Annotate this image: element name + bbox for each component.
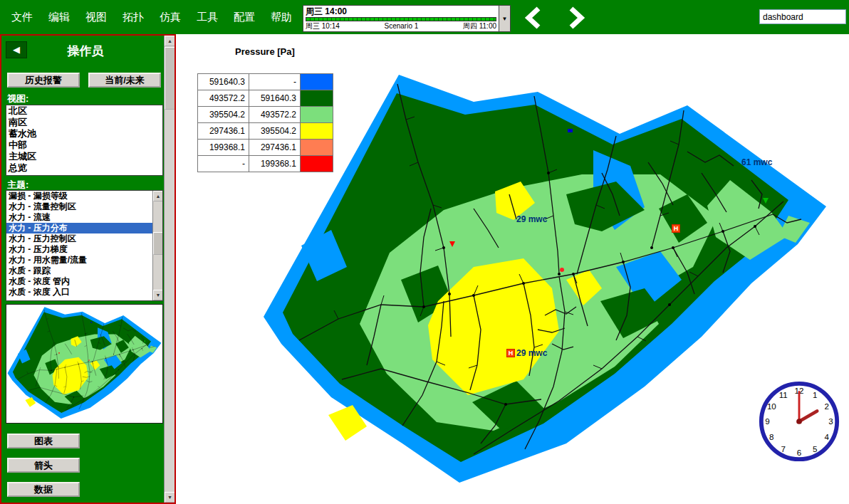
clock-numeral: 9 xyxy=(765,416,769,426)
timeline-current-time: 周三 14:00 xyxy=(306,6,496,16)
themes-listbox: 漏损 - 漏损等级 水力 - 流量控制区 水力 - 流速 水力 - 压力分布 水… xyxy=(6,190,163,301)
timeline-end-time: 周四 11:00 xyxy=(463,22,496,31)
view-item-overview[interactable]: 总览 xyxy=(6,162,162,174)
current-future-button[interactable]: 当前/未来 xyxy=(88,73,161,88)
legend-from: - xyxy=(198,156,249,172)
timeline-widget[interactable]: 周三 14:00 周三 10:14 Scenario 1 周四 11:00 ▼ xyxy=(303,5,511,32)
view-item-central[interactable]: 中部 xyxy=(6,140,162,151)
hydrant-icon: H xyxy=(672,224,680,233)
clock-numeral: 6 xyxy=(797,448,801,457)
previous-step-button[interactable] xyxy=(521,6,547,30)
menu-file[interactable]: 文件 xyxy=(11,11,33,24)
operator-panel: ◀ 操作员 历史报警 当前/未来 视图: 北区 南区 蓄水池 中部 主城区 总览… xyxy=(0,34,176,504)
sidebar-scroll-thumb[interactable] xyxy=(165,47,175,110)
theme-item-leakage-grade[interactable]: 漏损 - 漏损等级 xyxy=(6,191,152,201)
theme-item-flow-velocity[interactable]: 水力 - 流速 xyxy=(6,212,152,223)
panel-title: 操作员 xyxy=(28,43,142,59)
sidebar-scrollbar[interactable]: ▲ ▼ xyxy=(164,36,175,503)
timeline-dropdown-button[interactable]: ▼ xyxy=(499,6,510,31)
history-alarms-button[interactable]: 历史报警 xyxy=(7,73,80,88)
hydrant-icon: H xyxy=(506,349,515,357)
arrow-button[interactable]: 箭头 xyxy=(7,458,80,473)
legend-from: 297436.1 xyxy=(198,123,249,140)
views-listbox: 北区 南区 蓄水池 中部 主城区 总览 xyxy=(6,105,163,176)
analog-clock: 1 2 3 4 5 6 7 8 9 10 11 12 xyxy=(758,380,840,463)
theme-item-pressure-gradient[interactable]: 水力 - 压力梯度 xyxy=(6,244,152,255)
menu-help[interactable]: 帮助 xyxy=(271,11,292,24)
legend-from: 493572.2 xyxy=(198,90,249,107)
theme-item-quality-inlet[interactable]: 水质 - 浓度 入口 xyxy=(6,287,152,298)
theme-item-pressure-control-zone[interactable]: 水力 - 压力控制区 xyxy=(6,233,152,244)
view-item-reservoir[interactable]: 蓄水池 xyxy=(6,128,162,140)
clock-numeral: 1 xyxy=(813,390,817,399)
timeline-scenario: Scenario 1 xyxy=(384,22,418,31)
theme-item-flow-control-zone[interactable]: 水力 - 流量控制区 xyxy=(6,201,152,212)
chevron-right-icon xyxy=(571,9,581,27)
views-label: 视图: xyxy=(7,93,28,105)
scroll-up-icon[interactable]: ▲ xyxy=(153,191,163,201)
scroll-up-icon[interactable]: ▲ xyxy=(165,36,175,46)
clock-numeral: 10 xyxy=(767,401,776,411)
hydrant-annotation-bottom: H 29 mwc xyxy=(506,348,547,358)
theme-item-demand-flow[interactable]: 水力 - 用水需量/流量 xyxy=(6,255,152,266)
theme-item-pressure-distribution[interactable]: 水力 - 压力分布 xyxy=(6,223,152,233)
scroll-down-icon[interactable]: ▼ xyxy=(165,492,175,503)
pressure-annotation-right: 61 mwc xyxy=(741,157,772,167)
timeline-content: 周三 14:00 周三 10:14 Scenario 1 周四 11:00 xyxy=(303,6,499,31)
timeline-start-time: 周三 10:14 xyxy=(306,22,340,31)
menu-edit[interactable]: 编辑 xyxy=(48,11,70,24)
back-arrow-icon: ◀ xyxy=(13,44,20,55)
clock-numeral: 11 xyxy=(779,390,788,399)
menu-view[interactable]: 视图 xyxy=(85,11,107,24)
next-step-button[interactable] xyxy=(563,6,588,30)
clock-center xyxy=(796,419,802,424)
theme-item-quality-trace[interactable]: 水质 - 跟踪 xyxy=(6,266,152,276)
menu-topology[interactable]: 拓扑 xyxy=(123,11,144,24)
menu-bar: 文件 编辑 视图 拓扑 仿真 工具 配置 帮助 xyxy=(11,0,292,34)
legend-title: Pressure [Pa] xyxy=(235,46,295,57)
map-workspace: Pressure [Pa] 591640.3 - 493572.2 591640… xyxy=(176,34,849,504)
legend-from: 591640.3 xyxy=(198,74,249,90)
menu-config[interactable]: 配置 xyxy=(234,11,255,24)
clock-numeral: 7 xyxy=(781,444,786,453)
themes-scroll-thumb[interactable] xyxy=(153,232,163,255)
back-button[interactable]: ◀ xyxy=(6,41,27,58)
clock-numeral: 4 xyxy=(824,432,829,441)
clock-numeral: 8 xyxy=(769,432,774,441)
chart-button[interactable]: 图表 xyxy=(7,434,80,448)
pressure-map-image xyxy=(260,66,830,493)
menu-tools[interactable]: 工具 xyxy=(197,11,218,24)
legend-from: 395504.2 xyxy=(198,107,249,123)
scroll-down-icon[interactable]: ▼ xyxy=(153,290,163,300)
dashboard-input[interactable] xyxy=(759,9,846,24)
data-button[interactable]: 数据 xyxy=(7,482,80,497)
timeline-progress-bar[interactable] xyxy=(306,17,496,21)
pressure-annotation-center: 29 mwc xyxy=(516,214,547,224)
chevron-left-icon xyxy=(528,9,538,27)
view-item-main-city[interactable]: 主城区 xyxy=(6,151,162,162)
view-item-north[interactable]: 北区 xyxy=(6,105,162,117)
clock-numeral: 2 xyxy=(824,401,828,411)
chevron-down-icon: ▼ xyxy=(502,16,508,22)
overview-minimap[interactable] xyxy=(6,304,163,424)
clock-numeral: 5 xyxy=(813,444,817,453)
top-menu-bar: 文件 编辑 视图 拓扑 仿真 工具 配置 帮助 周三 14:00 周三 10:1… xyxy=(0,0,849,34)
minimap-image xyxy=(6,305,162,421)
themes-scrollbar[interactable]: ▲ ▼ xyxy=(152,191,162,300)
action-buttons: 图表 箭头 数据 发送 列表 开/关 报表 操作次序 xyxy=(7,434,162,504)
view-item-south[interactable]: 南区 xyxy=(6,117,162,128)
clock-numeral: 3 xyxy=(828,416,833,426)
menu-simulation[interactable]: 仿真 xyxy=(160,11,181,24)
legend-from: 199368.1 xyxy=(198,140,249,156)
theme-item-quality-pipe[interactable]: 水质 - 浓度 管内 xyxy=(6,276,152,287)
pressure-annotation-bottom: 29 mwc xyxy=(516,348,547,358)
network-map[interactable]: 29 mwc 61 mwc H 29 mwc H xyxy=(260,66,830,493)
